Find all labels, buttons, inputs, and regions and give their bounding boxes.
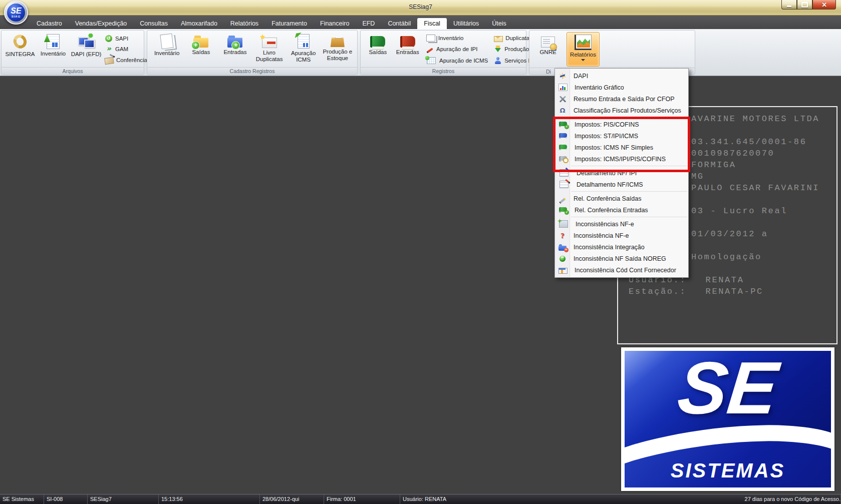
menu-item-rel-conferencia-entradas[interactable]: Rel. Conferência Entradas bbox=[555, 204, 688, 216]
logo-sistemas-text: SISTEMAS bbox=[625, 459, 831, 481]
folder-yellow-plus-icon bbox=[193, 38, 208, 48]
ribbon-button-producao-e-estoque[interactable]: Produção e Estoque bbox=[321, 32, 354, 67]
tab-contabil[interactable]: Contábil bbox=[381, 18, 417, 29]
conference-pad-icon bbox=[104, 57, 114, 65]
minimize-button[interactable] bbox=[781, 0, 797, 10]
relatorios-dropdown-menu: DAPIInventário GráficoResumo Entrada e S… bbox=[554, 68, 689, 278]
inventory-sheet-icon bbox=[47, 34, 60, 49]
menu-item-resumo-entrada-e-saida-por-cfop[interactable]: Resumo Entrada e Saída Por CFOP bbox=[555, 93, 688, 105]
tab-cadastro[interactable]: Cadastro bbox=[30, 18, 69, 29]
status-segment-x: 28/06/2012-qui bbox=[260, 494, 324, 504]
status-bar: SE SistemasSI-008SESiag715:13:5628/06/20… bbox=[0, 494, 841, 504]
menu-separator bbox=[571, 117, 687, 118]
menu-item-detalhamento-nf-ipi[interactable]: Detalhamento NF/ IPI bbox=[555, 167, 688, 179]
ribbon-group-registros: SaídasEntradas InventárioApuração de IPI… bbox=[360, 30, 526, 75]
ribbon-group-cadastro-registros: InventárioSaídasEntradasLivro Duplicatas… bbox=[147, 30, 358, 75]
menu-item-inconsistencia-nf-saida-noreg[interactable]: Inconsistência NF Saída NOREG bbox=[555, 253, 688, 264]
tab-almoxarifado[interactable]: Almoxarifado bbox=[174, 18, 224, 29]
menu-separator bbox=[571, 166, 687, 166]
ribbon-button-livro-duplicatas[interactable]: Livro Duplicatas bbox=[253, 32, 286, 67]
tab-consultas[interactable]: Consultas bbox=[133, 18, 174, 29]
ribbon-button-inventario[interactable]: Inventário bbox=[150, 32, 183, 67]
menu-item-inconsistencia-nf-e[interactable]: Inconsistência NF-e bbox=[555, 230, 688, 241]
menu-separator bbox=[571, 191, 687, 192]
menu-tools-icon bbox=[558, 95, 567, 103]
status-segment-x: Usuário: RENATA bbox=[400, 494, 742, 504]
menu-book-check-icon bbox=[559, 122, 567, 127]
production-arrow-icon bbox=[494, 45, 502, 53]
ribbon-button-inventario[interactable]: Inventário bbox=[426, 34, 488, 42]
menu-item-inconsistencia-cod-cont-fornecedor[interactable]: Inconsistência Cód Cont Fornecedor bbox=[555, 264, 688, 276]
book-red-icon bbox=[400, 36, 415, 48]
ribbon-group-arquivos: SINTEGRAInventárioDAPI (EFD) SAPIGAMConf… bbox=[1, 30, 144, 75]
ribbon-button-conferencia[interactable]: Conferência bbox=[105, 56, 147, 64]
ribbon-button-sintegra[interactable]: SINTEGRA bbox=[4, 32, 37, 67]
ribbon-button-apuracao-de-ipi[interactable]: Apuração de IPI bbox=[426, 45, 488, 53]
menu-item-dapi[interactable]: DAPI bbox=[555, 70, 688, 82]
sintegra-icon bbox=[12, 34, 29, 50]
ribbon-button-saidas[interactable]: Saídas bbox=[184, 32, 217, 67]
menu-grid-new-icon bbox=[559, 220, 568, 228]
ribbon-button-apuracao-de-icms[interactable]: Apuração de ICMS bbox=[426, 57, 488, 65]
tab-uteis[interactable]: Úteis bbox=[485, 18, 512, 29]
ribbon-button-relatorios[interactable]: Relatórios bbox=[567, 32, 600, 67]
tab-vendas-expedicao[interactable]: Vendas/Expedição bbox=[69, 18, 134, 29]
status-segment-x: Firma: 0001 bbox=[324, 494, 400, 504]
envelope-small-icon bbox=[494, 36, 503, 42]
open-box-icon bbox=[331, 38, 345, 47]
menu-table-small-icon bbox=[558, 268, 568, 274]
close-icon bbox=[821, 0, 827, 9]
menu-item-rel-conferencia-saidas[interactable]: Rel. Conferência Saídas bbox=[555, 193, 688, 204]
app-menu-button[interactable]: SE SIAG bbox=[4, 1, 28, 25]
ribbon-button-sapi[interactable]: SAPI bbox=[105, 35, 147, 43]
menu-item-detalhamento-nf-icms[interactable]: Detalhamento NF/ICMS bbox=[555, 179, 688, 190]
panel-line-x: Estação.: RENATA-PC bbox=[618, 286, 836, 297]
close-button[interactable] bbox=[812, 0, 836, 10]
envelope-star-icon bbox=[262, 38, 277, 48]
book-green-icon bbox=[370, 36, 385, 48]
tab-financeiro[interactable]: Financeiro bbox=[314, 18, 356, 29]
status-segment-x: SESiag7 bbox=[88, 494, 159, 504]
ribbon-button-dapi-efd[interactable]: DAPI (EFD) bbox=[70, 32, 103, 67]
ribbon-button-inventario[interactable]: Inventário bbox=[37, 32, 70, 67]
menu-item-impostos-pis-cofins[interactable]: Impostos: PIS/COFINS bbox=[555, 119, 688, 130]
menu-item-inconsistencia-integracao[interactable]: Inconsistência Integração bbox=[555, 241, 688, 253]
menu-question-red-icon bbox=[558, 232, 567, 240]
menu-item-classificacao-fiscal-produtos-servicos[interactable]: Classificação Fiscal Produtos/Serviços bbox=[555, 105, 688, 116]
ribbon: SINTEGRAInventárioDAPI (EFD) SAPIGAMConf… bbox=[0, 29, 841, 76]
window-title: SESiag7 bbox=[0, 4, 841, 11]
computers-transfer-icon bbox=[78, 34, 95, 50]
tab-faturamento[interactable]: Faturamento bbox=[265, 18, 314, 29]
maximize-button[interactable] bbox=[797, 0, 812, 10]
menu-doc-pen-red-icon bbox=[559, 181, 569, 188]
menu-folder-error-icon bbox=[558, 246, 567, 251]
ribbon-button-apuracao-icms[interactable]: Apuração ICMS bbox=[287, 32, 320, 67]
status-segment-x: SE Sistemas bbox=[0, 494, 44, 504]
menu-item-inconsistencias-nf-e[interactable]: Inconsistências NF-e bbox=[555, 218, 688, 230]
ribbon-button-gnre[interactable]: GNRE bbox=[531, 32, 565, 67]
menu-item-impostos-icms-ipi-pis-cofins[interactable]: Impostos: ICMS/IPI/PIS/COFINS bbox=[555, 153, 688, 165]
ribbon-button-entradas[interactable]: Entradas bbox=[393, 32, 422, 67]
tab-fiscal[interactable]: Fiscal bbox=[417, 18, 447, 29]
person-blue-icon bbox=[494, 57, 502, 65]
ribbon-tab-bar: CadastroVendas/ExpediçãoConsultasAlmoxar… bbox=[0, 15, 841, 29]
papers-icon bbox=[160, 34, 173, 50]
menu-item-inventario-grafico[interactable]: Inventário Gráfico bbox=[555, 82, 688, 93]
title-bar: SESiag7 bbox=[0, 0, 841, 16]
tab-utilitarios[interactable]: Utilitários bbox=[447, 18, 485, 29]
maximize-icon bbox=[801, 2, 808, 8]
group-label-arquivos: Arquivos bbox=[2, 67, 144, 75]
ribbon-button-saidas[interactable]: Saídas bbox=[363, 32, 392, 67]
menu-separator bbox=[571, 217, 687, 217]
tab-efd[interactable]: EFD bbox=[356, 18, 381, 29]
folder-blue-plus-icon bbox=[227, 38, 242, 48]
menu-pencil-icon bbox=[558, 195, 567, 203]
menu-item-impostos-st-ipi-icms[interactable]: Impostos: ST/IPI/ICMS bbox=[555, 130, 688, 142]
tab-relatorios[interactable]: Relatórios bbox=[224, 18, 265, 29]
sheet-grid-icon bbox=[298, 34, 310, 49]
status-segment-x: 27 dias para o novo Código de Acesso. bbox=[742, 494, 841, 504]
group-label-cadastro-registros: Cadastro Registros bbox=[147, 67, 357, 75]
ribbon-button-entradas[interactable]: Entradas bbox=[218, 32, 251, 67]
ribbon-button-gam[interactable]: GAM bbox=[105, 45, 147, 53]
menu-item-impostos-icms-nf-simples[interactable]: Impostos: ICMS NF Simples bbox=[555, 142, 688, 153]
